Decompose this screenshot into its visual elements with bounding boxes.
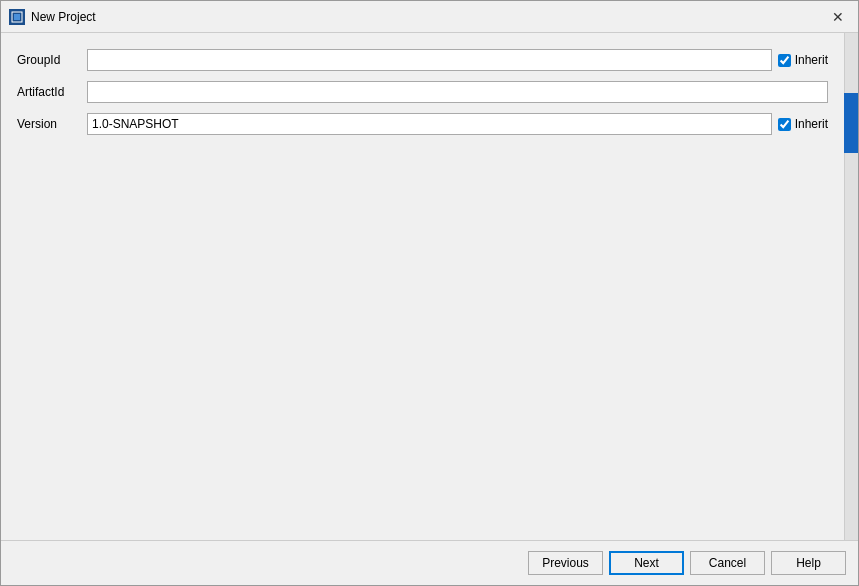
- groupid-inherit-container: Inherit: [778, 53, 828, 67]
- form-area: GroupId Inherit ArtifactId Version: [17, 49, 828, 135]
- svg-rect-1: [14, 14, 20, 20]
- dialog-window: New Project ✕ GroupId Inherit ArtifactId: [0, 0, 859, 586]
- groupid-inherit-label: Inherit: [795, 53, 828, 67]
- artifactid-row: ArtifactId: [17, 81, 828, 103]
- right-panel: [844, 33, 858, 540]
- window-title: New Project: [31, 10, 826, 24]
- right-panel-accent: [844, 93, 858, 153]
- cancel-button[interactable]: Cancel: [690, 551, 765, 575]
- close-button[interactable]: ✕: [826, 5, 850, 29]
- dialog-footer: Previous Next Cancel Help: [1, 540, 858, 585]
- version-inherit-container: Inherit: [778, 117, 828, 131]
- groupid-inherit-checkbox[interactable]: [778, 54, 791, 67]
- groupid-input[interactable]: [87, 49, 772, 71]
- dialog-content: GroupId Inherit ArtifactId Version: [1, 33, 858, 540]
- version-row: Version Inherit: [17, 113, 828, 135]
- artifactid-input[interactable]: [87, 81, 828, 103]
- main-area: GroupId Inherit ArtifactId Version: [1, 33, 844, 540]
- previous-button[interactable]: Previous: [528, 551, 603, 575]
- version-input[interactable]: [87, 113, 772, 135]
- version-label: Version: [17, 117, 87, 131]
- artifactid-label: ArtifactId: [17, 85, 87, 99]
- window-icon: [9, 9, 25, 25]
- title-bar: New Project ✕: [1, 1, 858, 33]
- help-button[interactable]: Help: [771, 551, 846, 575]
- version-inherit-checkbox[interactable]: [778, 118, 791, 131]
- next-button[interactable]: Next: [609, 551, 684, 575]
- groupid-label: GroupId: [17, 53, 87, 67]
- groupid-row: GroupId Inherit: [17, 49, 828, 71]
- version-inherit-label: Inherit: [795, 117, 828, 131]
